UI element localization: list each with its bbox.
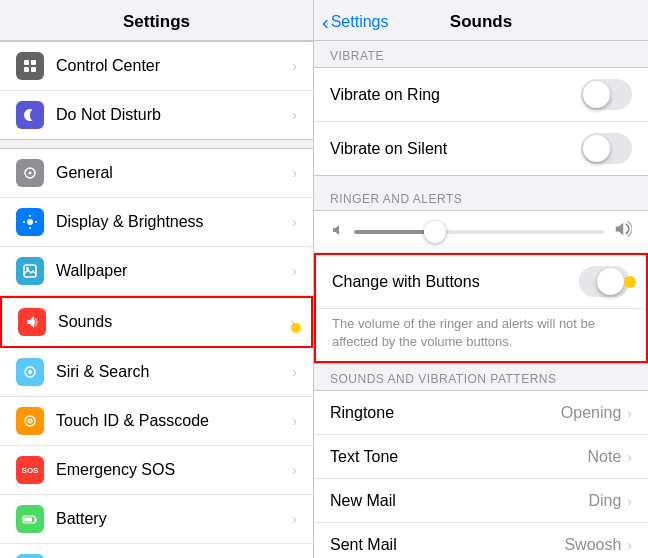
siri-icon (16, 358, 44, 386)
general-label: General (56, 164, 292, 182)
vibrate-on-ring-toggle[interactable] (581, 79, 632, 110)
svg-point-6 (27, 219, 33, 225)
ringer-section: Change with Buttons The volume of the ri… (314, 210, 648, 364)
settings-left-panel: Settings Control Center › Do Not Disturb… (0, 0, 314, 558)
ringtone-label: Ringtone (330, 404, 561, 422)
svg-rect-0 (24, 60, 29, 65)
sidebar-item-siri[interactable]: Siri & Search › (0, 348, 313, 397)
ringtone-value: Opening (561, 404, 622, 422)
sent-mail-row[interactable]: Sent Mail Swoosh › (314, 523, 648, 558)
slider-fill (354, 230, 429, 234)
sidebar-item-display[interactable]: Display & Brightness › (0, 198, 313, 247)
volume-slider-track[interactable] (354, 230, 604, 234)
display-label: Display & Brightness (56, 213, 292, 231)
vibrate-on-ring-row[interactable]: Vibrate on Ring (314, 68, 648, 122)
sidebar-item-battery[interactable]: Battery › (0, 495, 313, 544)
text-tone-row[interactable]: Text Tone Note › (314, 435, 648, 479)
cursor-indicator (624, 276, 636, 288)
vibrate-on-silent-row[interactable]: Vibrate on Silent (314, 122, 648, 175)
ringtone-row[interactable]: Ringtone Opening › (314, 391, 648, 435)
cwb-note-text: The volume of the ringer and alerts will… (316, 309, 646, 361)
sidebar-item-sos[interactable]: SOS Emergency SOS › (0, 446, 313, 495)
cursor-dot (291, 323, 301, 333)
sidebar-item-sounds[interactable]: Sounds › (0, 296, 313, 348)
svg-point-5 (29, 172, 32, 175)
right-content: VIBRATE Vibrate on Ring Vibrate on Silen… (314, 41, 648, 558)
vibrate-on-silent-label: Vibrate on Silent (330, 140, 581, 158)
dnd-label: Do Not Disturb (56, 106, 292, 124)
sounds-right-panel: ‹ Settings Sounds VIBRATE Vibrate on Rin… (314, 0, 648, 558)
cwb-toggle[interactable] (579, 266, 630, 297)
svg-rect-2 (24, 67, 29, 72)
sos-label: Emergency SOS (56, 461, 292, 479)
sidebar-item-dnd[interactable]: Do Not Disturb › (0, 91, 313, 139)
siri-chevron: › (292, 364, 297, 380)
sent-mail-label: Sent Mail (330, 536, 564, 554)
dnd-icon (16, 101, 44, 129)
touchid-chevron: › (292, 413, 297, 429)
battery-icon (16, 505, 44, 533)
svg-rect-18 (35, 519, 37, 522)
cwb-wrapper: Change with Buttons The volume of the ri… (314, 253, 648, 363)
volume-low-icon (330, 222, 346, 241)
control-center-label: Control Center (56, 57, 292, 75)
vibrate-on-silent-toggle[interactable] (581, 133, 632, 164)
sos-icon: SOS (16, 456, 44, 484)
back-button[interactable]: ‹ Settings (322, 11, 388, 34)
sidebar-item-wallpaper[interactable]: Wallpaper › (0, 247, 313, 296)
control-center-chevron: › (292, 58, 297, 74)
vibrate-label: VIBRATE (314, 41, 648, 67)
sidebar-item-touchid[interactable]: Touch ID & Passcode › (0, 397, 313, 446)
sent-mail-value: Swoosh (564, 536, 621, 554)
new-mail-value: Ding (588, 492, 621, 510)
sidebar-item-privacy[interactable]: Privacy › (0, 544, 313, 558)
volume-high-icon (612, 219, 632, 244)
vibrate-group: VIBRATE Vibrate on Ring Vibrate on Silen… (314, 41, 648, 176)
display-icon (16, 208, 44, 236)
battery-label: Battery (56, 510, 292, 528)
svg-point-14 (28, 370, 32, 374)
cwb-label: Change with Buttons (332, 273, 579, 291)
ringer-label: RINGER AND ALERTS (314, 184, 648, 210)
new-mail-chevron: › (627, 493, 632, 509)
volume-slider-row[interactable] (314, 211, 648, 253)
general-chevron: › (292, 165, 297, 181)
change-with-buttons-row[interactable]: Change with Buttons (316, 255, 646, 309)
svg-rect-3 (31, 67, 36, 72)
cwb-toggle-area (579, 266, 630, 297)
sent-mail-chevron: › (627, 537, 632, 553)
touchid-label: Touch ID & Passcode (56, 412, 292, 430)
control-center-icon (16, 52, 44, 80)
privacy-icon (16, 554, 44, 558)
display-chevron: › (292, 214, 297, 230)
svg-rect-1 (31, 60, 36, 65)
vibrate-on-ring-label: Vibrate on Ring (330, 86, 581, 104)
middle-section: General › Display & Brightness › Wallpap… (0, 148, 313, 558)
patterns-section: Ringtone Opening › Text Tone Note › New … (314, 390, 648, 558)
wallpaper-label: Wallpaper (56, 262, 292, 280)
text-tone-label: Text Tone (330, 448, 588, 466)
new-mail-label: New Mail (330, 492, 588, 510)
sounds-label: Sounds (58, 313, 290, 331)
ringtone-chevron: › (627, 405, 632, 421)
back-chevron-icon: ‹ (322, 11, 329, 34)
patterns-group: SOUNDS AND VIBRATION PATTERNS Ringtone O… (314, 364, 648, 558)
wallpaper-chevron: › (292, 263, 297, 279)
text-tone-value: Note (588, 448, 622, 466)
vibrate-section: Vibrate on Ring Vibrate on Silent (314, 67, 648, 176)
general-icon (16, 159, 44, 187)
new-mail-row[interactable]: New Mail Ding › (314, 479, 648, 523)
cwb-toggle-thumb (597, 268, 624, 295)
text-tone-chevron: › (627, 449, 632, 465)
sidebar-item-control-center[interactable]: Control Center › (0, 42, 313, 91)
toggle-thumb-2 (583, 135, 610, 162)
settings-list: Control Center › Do Not Disturb › Genera… (0, 41, 313, 558)
svg-rect-19 (24, 518, 32, 522)
slider-knob (424, 221, 446, 243)
battery-chevron: › (292, 511, 297, 527)
sidebar-item-general[interactable]: General › (0, 149, 313, 198)
right-title: Sounds (450, 12, 512, 32)
right-header: ‹ Settings Sounds (314, 0, 648, 41)
ringer-group: RINGER AND ALERTS (314, 184, 648, 364)
left-title: Settings (123, 12, 190, 31)
